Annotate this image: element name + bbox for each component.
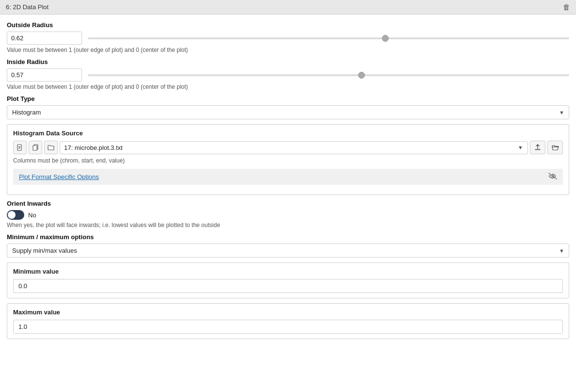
min-max-label: Minimum / maximum options — [7, 233, 569, 241]
plot-type-select-wrapper: Histogram Scatter Line Bar ▼ — [7, 105, 569, 119]
plot-type-section: Plot Type Histogram Scatter Line Bar ▼ — [7, 95, 569, 119]
inside-radius-label: Inside Radius — [7, 58, 569, 65]
orient-inwards-label: Orient Inwards — [7, 200, 569, 207]
min-max-select[interactable]: Supply min/max values Auto Custom — [7, 244, 569, 258]
title-bar-text: 6: 2D Data Plot — [6, 3, 49, 11]
maximum-value-box: Maximum value — [7, 303, 569, 339]
plot-type-select[interactable]: Histogram Scatter Line Bar — [7, 105, 569, 119]
outside-radius-slider-container — [88, 37, 569, 39]
inside-radius-hint: Value must be between 1 (outer edge of p… — [7, 83, 569, 90]
min-max-section: Minimum / maximum options Supply min/max… — [7, 233, 569, 258]
datasource-select[interactable]: 17: microbe.plot.3.txt — [60, 141, 528, 154]
maximum-value-input[interactable] — [13, 320, 563, 334]
outside-radius-section: Outside Radius Value must be between 1 (… — [7, 21, 569, 53]
outside-radius-slider[interactable] — [88, 37, 569, 39]
format-options-link[interactable]: Plot Format Specific Options — [19, 173, 99, 180]
folder-open-button[interactable] — [547, 141, 563, 154]
folder-button[interactable] — [44, 141, 58, 154]
orient-inwards-toggle[interactable] — [7, 210, 24, 220]
datasource-select-wrapper: 17: microbe.plot.3.txt ▼ — [60, 141, 528, 154]
minimum-value-label: Minimum value — [13, 268, 563, 275]
delete-icon[interactable]: 🗑 — [563, 3, 570, 11]
orient-inwards-toggle-row: No — [7, 210, 569, 220]
maximum-value-label: Maximum value — [13, 309, 563, 316]
min-max-select-wrapper: Supply min/max values Auto Custom ▼ — [7, 244, 569, 258]
minimum-value-box: Minimum value — [7, 262, 569, 298]
new-file-button[interactable] — [13, 141, 27, 154]
orient-inwards-no-label: No — [28, 212, 36, 219]
copy-button[interactable] — [29, 141, 42, 154]
histogram-data-source-box: Histogram Data Source — [7, 124, 569, 195]
inside-radius-slider[interactable] — [88, 74, 569, 76]
minimum-value-input[interactable] — [13, 279, 563, 293]
inside-radius-input[interactable] — [7, 68, 82, 82]
eye-off-icon[interactable] — [548, 173, 557, 181]
datasource-row: 17: microbe.plot.3.txt ▼ — [13, 141, 563, 154]
histogram-data-source-title: Histogram Data Source — [13, 130, 563, 137]
inside-radius-section: Inside Radius Value must be between 1 (o… — [7, 58, 569, 90]
inside-radius-slider-container — [88, 74, 569, 76]
title-bar: 6: 2D Data Plot 🗑 — [0, 0, 576, 15]
svg-rect-5 — [33, 146, 37, 150]
outside-radius-input[interactable] — [7, 32, 82, 45]
upload-button[interactable] — [530, 141, 545, 154]
plot-type-label: Plot Type — [7, 95, 569, 102]
outside-radius-hint: Value must be between 1 (outer edge of p… — [7, 47, 569, 53]
outside-radius-label: Outside Radius — [7, 21, 569, 29]
histogram-hint: Columns must be (chrom, start, end, valu… — [13, 157, 563, 164]
orient-inwards-section: Orient Inwards No When yes, the plot wil… — [7, 200, 569, 229]
orient-inwards-hint: When yes, the plot will face inwards; i.… — [7, 222, 569, 229]
format-options-bar: Plot Format Specific Options — [13, 169, 563, 185]
